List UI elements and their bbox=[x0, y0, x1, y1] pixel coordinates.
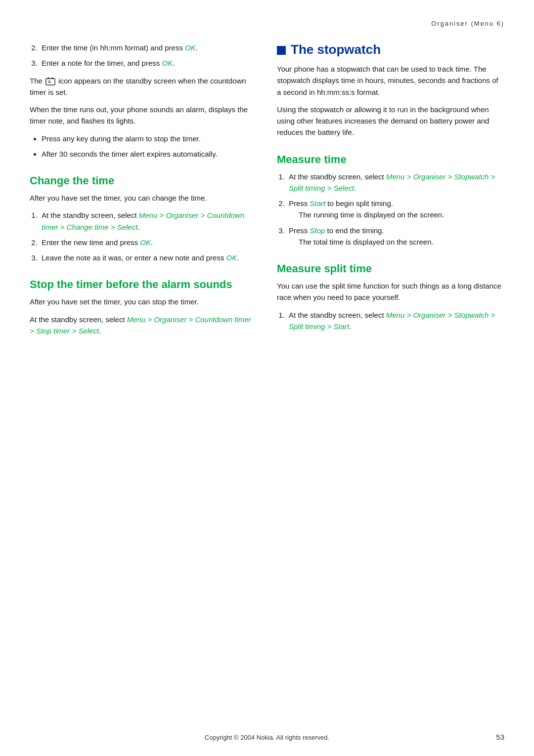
sub-para: The total time is displayed on the scree… bbox=[299, 236, 504, 248]
list-item: Press any key during the alarm to stop t… bbox=[42, 133, 257, 144]
change-time-steps: At the standby screen, select Menu > Org… bbox=[40, 210, 257, 263]
time-runs-out-para: When the time runs out, your phone sound… bbox=[30, 104, 257, 127]
two-column-layout: Enter the time (in hh:mm format) and pre… bbox=[30, 42, 504, 342]
stop-timer-para: At the standby screen, select Menu > Org… bbox=[30, 314, 257, 337]
list-item: At the standby screen, select Menu > Org… bbox=[287, 309, 504, 333]
svg-rect-2 bbox=[51, 78, 53, 79]
copyright-text: Copyright © 2004 Nokia. All rights reser… bbox=[205, 734, 329, 741]
measure-time-steps: At the standby screen, select Menu > Org… bbox=[287, 171, 504, 248]
list-item: Enter the time (in hh:mm format) and pre… bbox=[40, 42, 257, 53]
left-column: Enter the time (in hh:mm format) and pre… bbox=[30, 42, 257, 342]
right-column: The stopwatch Your phone has a stopwatch… bbox=[277, 42, 504, 342]
stopwatch-para2: Using the stopwatch or allowing it to ru… bbox=[277, 104, 504, 138]
icon-note-para: The icon appears on the standby screen w… bbox=[30, 75, 257, 98]
timer-icon bbox=[45, 77, 55, 86]
list-item: Enter a note for the timer, and press OK… bbox=[40, 57, 257, 69]
blue-square-icon bbox=[277, 46, 286, 55]
stopwatch-heading-text: The stopwatch bbox=[291, 42, 381, 57]
intro-list: Enter the time (in hh:mm format) and pre… bbox=[40, 42, 257, 69]
measure-split-steps: At the standby screen, select Menu > Org… bbox=[287, 309, 504, 333]
stop-timer-intro: After you have set the timer, you can st… bbox=[30, 296, 257, 307]
list-item: Press Stop to end the timing. The total … bbox=[287, 225, 504, 248]
measure-split-intro: You can use the split time function for … bbox=[277, 280, 504, 303]
list-item: After 30 seconds the timer alert expires… bbox=[42, 148, 257, 160]
list-item: Enter the new time and press OK. bbox=[40, 237, 257, 248]
list-item: At the standby screen, select Menu > Org… bbox=[287, 171, 504, 194]
page-header: Organiser (Menu 6) bbox=[30, 20, 504, 27]
bullet-list: Press any key during the alarm to stop t… bbox=[42, 133, 257, 160]
page-container: Organiser (Menu 6) Enter the time (in hh… bbox=[0, 0, 534, 756]
stopwatch-heading: The stopwatch bbox=[277, 42, 504, 57]
sub-para: The running time is displayed on the scr… bbox=[299, 209, 504, 220]
page-number: 53 bbox=[496, 733, 504, 741]
header-text: Organiser (Menu 6) bbox=[431, 20, 504, 27]
stopwatch-para1: Your phone has a stopwatch that can be u… bbox=[277, 63, 504, 98]
list-item: Press Start to begin split timing. The r… bbox=[287, 198, 504, 221]
measure-time-heading: Measure time bbox=[277, 153, 504, 166]
stop-timer-heading: Stop the timer before the alarm sounds bbox=[30, 278, 257, 291]
measure-split-heading: Measure split time bbox=[277, 262, 504, 275]
list-item: At the standby screen, select Menu > Org… bbox=[40, 210, 257, 233]
list-item: Leave the note as it was, or enter a new… bbox=[40, 252, 257, 263]
footer: Copyright © 2004 Nokia. All rights reser… bbox=[0, 734, 534, 741]
svg-rect-0 bbox=[46, 79, 55, 85]
svg-rect-1 bbox=[47, 78, 49, 79]
change-time-intro: After you have set the timer, you can ch… bbox=[30, 192, 257, 204]
change-time-heading: Change the time bbox=[30, 174, 257, 187]
